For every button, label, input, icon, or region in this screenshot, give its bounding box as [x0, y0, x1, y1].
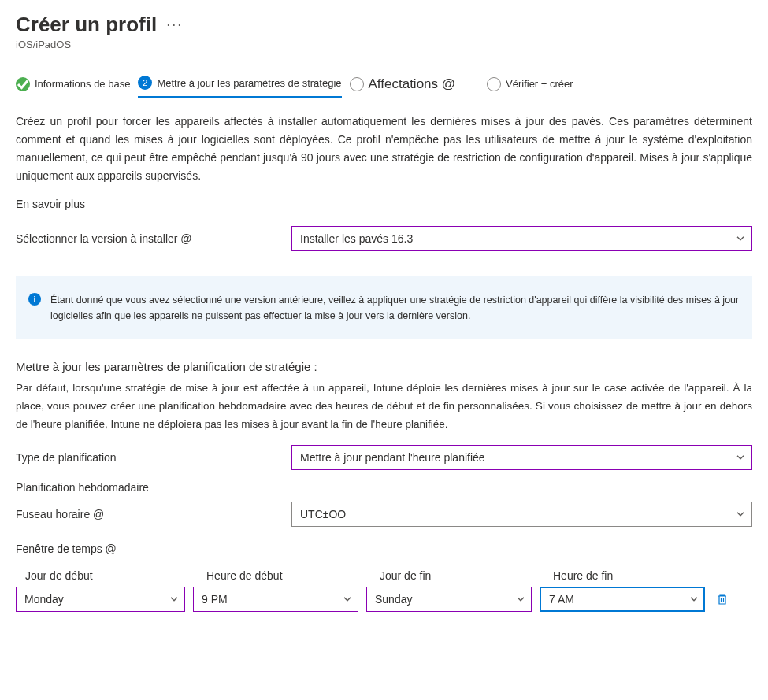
delete-row-button[interactable]	[713, 593, 732, 606]
start-day-header: Jour de début	[25, 569, 191, 582]
chevron-down-icon	[343, 594, 352, 606]
info-callout: i Étant donné que vous avez sélectionné …	[16, 276, 752, 339]
chevron-down-icon	[689, 594, 699, 606]
end-day-select[interactable]: Sunday	[366, 587, 532, 612]
start-time-value: 9 PM	[202, 593, 228, 606]
step-label: Informations de base	[35, 78, 130, 90]
chevron-down-icon	[736, 452, 745, 465]
wizard-stepper: Informations de base 2 Mettre à jour les…	[16, 72, 752, 98]
info-text: Étant donné que vous avez sélectionné un…	[50, 292, 740, 324]
start-time-header: Heure de début	[206, 569, 364, 582]
timezone-select[interactable]: UTC±OO	[291, 502, 752, 527]
step-number-icon	[487, 77, 501, 91]
page-subtitle: iOS/iPadOS	[16, 39, 752, 50]
weekly-heading: Planification hebdomadaire	[16, 481, 752, 494]
step-update-settings[interactable]: 2 Mettre à jour les paramètres de straté…	[138, 72, 341, 98]
more-actions-button[interactable]: ···	[166, 17, 183, 33]
step-number-icon: 2	[138, 76, 152, 90]
end-time-value: 7 AM	[549, 593, 574, 606]
end-time-select[interactable]: 7 AM	[540, 587, 705, 612]
step-label: Mettre à jour les paramètres de stratégi…	[157, 77, 341, 89]
version-select-label: Sélectionner la version à installer @	[16, 232, 291, 245]
step-label: Affectations @	[369, 76, 456, 92]
start-day-value: Monday	[24, 593, 64, 606]
schedule-type-label: Type de planification	[16, 451, 291, 464]
version-select-value: Installer les pavés 16.3	[300, 232, 413, 245]
chevron-down-icon	[516, 594, 525, 606]
end-day-header: Jour de fin	[380, 569, 537, 582]
learn-more-link[interactable]: En savoir plus	[16, 198, 752, 210]
chevron-down-icon	[736, 509, 745, 521]
trash-icon	[716, 593, 729, 606]
end-day-value: Sunday	[375, 593, 412, 606]
schedule-heading: Mettre à jour les paramètres de planific…	[16, 360, 752, 373]
schedule-desc: Par défaut, lorsqu'une stratégie de mise…	[16, 380, 752, 434]
timezone-value: UTC±OO	[300, 508, 346, 520]
timewindow-label: Fenêtre de temps @	[16, 543, 752, 555]
check-icon	[16, 77, 30, 91]
start-day-select[interactable]: Monday	[16, 587, 185, 612]
chevron-down-icon	[736, 233, 745, 246]
schedule-type-select[interactable]: Mettre à jour pendant l'heure planifiée	[291, 445, 752, 470]
step-number-icon	[350, 77, 364, 91]
step-assignments[interactable]: Affectations @	[350, 73, 456, 98]
chevron-down-icon	[169, 594, 179, 606]
start-time-select[interactable]: 9 PM	[193, 587, 358, 612]
step-label: Vérifier + créer	[506, 78, 573, 90]
version-select[interactable]: Installer les pavés 16.3	[291, 226, 752, 251]
schedule-type-value: Mettre à jour pendant l'heure planifiée	[300, 451, 485, 464]
step-review[interactable]: Vérifier + créer	[487, 74, 573, 98]
info-icon: i	[28, 293, 41, 306]
timezone-label: Fuseau horaire @	[16, 508, 291, 520]
intro-text: Créez un profil pour forcer les appareil…	[16, 113, 752, 185]
end-time-header: Heure de fin	[553, 569, 710, 582]
step-basics[interactable]: Informations de base	[16, 74, 130, 98]
page-title: Créer un profil	[16, 13, 157, 37]
